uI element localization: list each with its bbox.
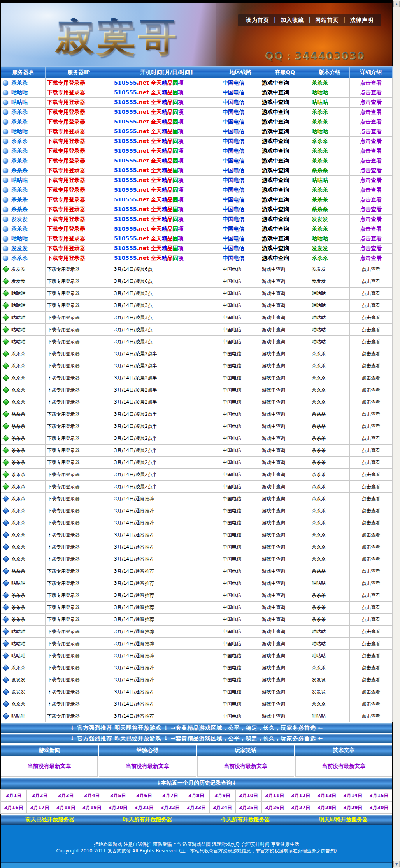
server-name-link[interactable]: 咕咕咕 — [11, 128, 28, 135]
server-name-link[interactable]: 杀杀杀 — [11, 447, 25, 454]
calendar-day-link[interactable]: 3月28日 — [314, 801, 340, 814]
server-name-link[interactable]: 杀杀杀 — [11, 568, 25, 575]
server-name-link[interactable]: 发发发 — [11, 278, 25, 285]
server-name-link[interactable]: 杀杀杀 — [11, 604, 25, 611]
server-name-link[interactable]: 杀杀杀 — [11, 167, 28, 174]
server-name-link[interactable]: 杀杀杀 — [11, 375, 25, 381]
calendar-day-link[interactable]: 3月8日 — [183, 789, 209, 802]
server-name-link[interactable]: 咕咕咕 — [11, 314, 25, 321]
detail-link[interactable]: 点击查看 — [350, 565, 393, 577]
server-name-link[interactable]: 杀杀杀 — [11, 399, 25, 406]
detail-link[interactable]: 点击查看 — [350, 108, 393, 117]
detail-link[interactable]: 点击查看 — [350, 469, 393, 481]
notice-bar-yesterday[interactable]: ↓ 官方强烈推荐 昨天已经开放游戏 ↓ →套黄精品游戏区域，公平，稳定，长久，玩… — [1, 734, 392, 743]
calendar-day-link[interactable]: 3月20日 — [105, 801, 131, 814]
detail-link[interactable]: 点击查看 — [350, 137, 393, 146]
detail-link[interactable]: 点击查看 — [350, 336, 393, 348]
server-name-link[interactable]: 杀杀杀 — [11, 592, 25, 599]
calendar-day-link[interactable]: 3月14日 — [340, 789, 366, 802]
calendar-day-link[interactable]: 3月26日 — [261, 801, 288, 814]
server-name-link[interactable]: 杀杀杀 — [11, 435, 25, 442]
server-name-link[interactable]: 杀杀杀 — [11, 459, 25, 466]
calendar-day-link[interactable]: 3月29日 — [340, 801, 366, 814]
detail-link[interactable]: 点击查看 — [350, 674, 393, 686]
server-name-link[interactable]: 杀杀杀 — [11, 363, 25, 369]
server-name-link[interactable]: 杀杀杀 — [11, 483, 25, 490]
detail-link[interactable]: 点击查看 — [350, 117, 393, 127]
detail-link[interactable]: 点击查看 — [350, 372, 393, 384]
detail-link[interactable]: 点击查看 — [350, 445, 393, 457]
detail-link[interactable]: 点击查看 — [350, 224, 393, 234]
detail-link[interactable]: 点击查看 — [350, 626, 393, 638]
server-name-link[interactable]: 杀杀杀 — [11, 226, 28, 233]
quick-link[interactable]: 前天已经开放服务器 — [25, 816, 74, 823]
nav-link[interactable]: 法律声明 — [348, 17, 376, 23]
server-name-link[interactable]: 发发发 — [11, 245, 28, 252]
server-name-link[interactable]: 咕咕咕 — [11, 628, 25, 635]
scrollbar-up-icon[interactable]: ▲ — [393, 1, 400, 7]
detail-link[interactable]: 点击查看 — [350, 88, 393, 98]
detail-link[interactable]: 点击查看 — [350, 254, 393, 263]
server-name-link[interactable]: 杀杀杀 — [11, 109, 28, 116]
detail-link[interactable]: 点击查看 — [350, 614, 393, 626]
detail-link[interactable]: 点击查看 — [350, 589, 393, 602]
calendar-day-link[interactable]: 3月15日 — [366, 789, 392, 802]
calendar-day-link[interactable]: 3月2日 — [26, 789, 53, 802]
detail-link[interactable]: 点击查看 — [350, 244, 393, 254]
calendar-day-link[interactable]: 3月3日 — [53, 789, 79, 802]
detail-link[interactable]: 点击查看 — [350, 166, 393, 176]
detail-link[interactable]: 点击查看 — [350, 602, 393, 614]
server-name-link[interactable]: 杀杀杀 — [11, 138, 28, 145]
detail-link[interactable]: 点击查看 — [350, 146, 393, 156]
detail-link[interactable]: 点击查看 — [350, 650, 393, 662]
detail-link[interactable]: 点击查看 — [350, 686, 393, 698]
server-name-link[interactable]: 咕咕咕 — [11, 89, 28, 96]
calendar-day-link[interactable]: 3月19日 — [79, 801, 105, 814]
nav-link[interactable]: 加入收藏 — [278, 17, 306, 23]
calendar-day-link[interactable]: 3月4日 — [79, 789, 105, 802]
detail-link[interactable]: 点击查看 — [350, 205, 393, 215]
detail-link[interactable]: 点击查看 — [350, 234, 393, 244]
calendar-day-link[interactable]: 3月1日 — [0, 789, 27, 802]
server-name-link[interactable]: 发发发 — [11, 266, 25, 273]
server-name-link[interactable]: 杀杀杀 — [11, 148, 28, 155]
server-name-link[interactable]: 咕咕咕 — [11, 640, 25, 647]
server-name-link[interactable]: 咕咕咕 — [11, 290, 25, 297]
detail-link[interactable]: 点击查看 — [350, 324, 393, 336]
nav-link[interactable]: 设为首页 — [244, 17, 272, 23]
detail-link[interactable]: 点击查看 — [350, 288, 393, 300]
calendar-day-link[interactable]: 3月5日 — [105, 789, 131, 802]
server-name-link[interactable]: 咕咕咕 — [11, 235, 28, 242]
server-name-link[interactable]: 杀杀杀 — [11, 187, 28, 194]
server-name-link[interactable]: 咕咕咕 — [11, 177, 28, 184]
detail-link[interactable]: 点击查看 — [350, 215, 393, 224]
calendar-day-link[interactable]: 3月11日 — [261, 789, 288, 802]
server-name-link[interactable]: 咕咕咕 — [11, 653, 25, 659]
server-name-link[interactable]: 杀杀杀 — [11, 544, 25, 550]
server-name-link[interactable]: 杀杀杀 — [11, 471, 25, 478]
notice-bar-tomorrow[interactable]: ↓ 官方强烈推荐 明天即将开放游戏 ↓ →套黄精品游戏区域，公平，稳定，长久，玩… — [1, 723, 392, 733]
calendar-day-link[interactable]: 3月9日 — [209, 789, 236, 802]
calendar-day-link[interactable]: 3月24日 — [209, 801, 236, 814]
calendar-day-link[interactable]: 3月27日 — [288, 801, 314, 814]
quick-link[interactable]: 今天所有开放服务器 — [221, 816, 270, 823]
server-name-link[interactable]: 杀杀杀 — [11, 496, 25, 502]
quick-link[interactable]: 明天即将开放服务器 — [319, 816, 368, 823]
scrollbar-down-icon[interactable]: ▼ — [393, 861, 400, 867]
server-name-link[interactable]: 咕咕咕 — [11, 339, 25, 345]
detail-link[interactable]: 点击查看 — [350, 577, 393, 589]
calendar-day-link[interactable]: 3月7日 — [157, 789, 183, 802]
detail-link[interactable]: 点击查看 — [350, 195, 393, 205]
detail-link[interactable]: 点击查看 — [350, 638, 393, 650]
server-name-link[interactable]: 杀杀杀 — [11, 665, 25, 671]
calendar-day-link[interactable]: 3月25日 — [235, 801, 262, 814]
detail-link[interactable]: 点击查看 — [350, 505, 393, 517]
detail-link[interactable]: 点击查看 — [350, 517, 393, 529]
detail-link[interactable]: 点击查看 — [350, 662, 393, 674]
detail-link[interactable]: 点击查看 — [350, 275, 393, 288]
server-name-link[interactable]: 杀杀杀 — [11, 423, 25, 430]
detail-link[interactable]: 点击查看 — [350, 457, 393, 469]
server-name-link[interactable]: 杀杀杀 — [11, 351, 25, 357]
detail-link[interactable]: 点击查看 — [350, 127, 393, 137]
detail-link[interactable]: 点击查看 — [350, 541, 393, 553]
